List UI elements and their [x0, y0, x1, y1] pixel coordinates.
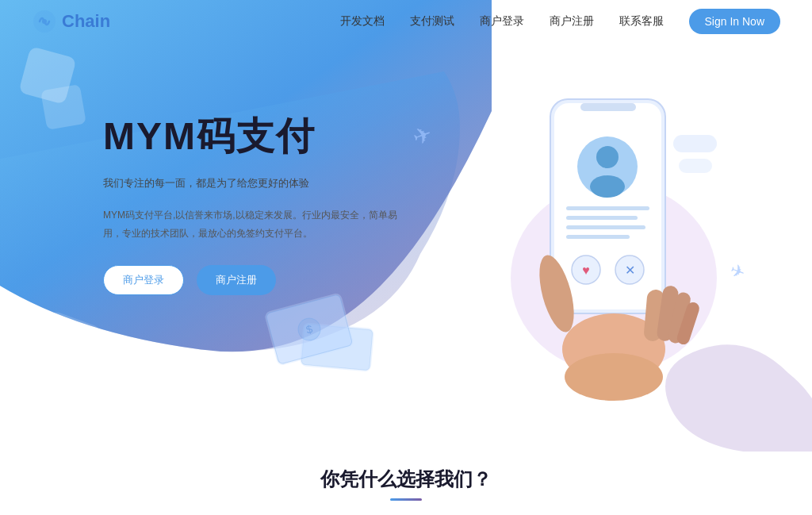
svg-text:♥: ♥	[582, 263, 590, 277]
nav-merchant-login[interactable]: 商户登录	[480, 14, 524, 29]
hero-content: MYM码支付 我们专注的每一面，都是为了给您更好的体验 MYM码支付平台,以信誉…	[103, 111, 404, 295]
svg-rect-10	[566, 216, 638, 220]
bottom-title-underline	[390, 498, 422, 501]
navbar: Chain 开发文档 支付测试 商户登录 商户注册 联系客服 Sign In N…	[0, 0, 812, 43]
deco-square-2	[40, 84, 86, 130]
svg-rect-12	[566, 235, 630, 239]
merchant-login-button[interactable]: 商户登录	[103, 265, 184, 295]
svg-point-1	[42, 19, 47, 24]
bottom-title: 你凭什么选择我们？	[320, 467, 492, 492]
nav-pay-test[interactable]: 支付测试	[410, 14, 454, 29]
hero-buttons: 商户登录 商户注册	[103, 265, 404, 295]
brand-name: Chain	[62, 11, 110, 32]
chain-logo-icon	[32, 9, 57, 34]
svg-point-23	[565, 353, 663, 401]
svg-point-7	[596, 146, 619, 168]
hero-title: MYM码支付	[103, 111, 404, 162]
nav-merchant-register[interactable]: 商户注册	[550, 14, 594, 29]
hero-subtitle: 我们专注的每一面，都是为了给您更好的体验	[103, 176, 404, 190]
nav-links: 开发文档 支付测试 商户登录 商户注册 联系客服 Sign In Now	[340, 9, 780, 34]
svg-rect-24	[673, 135, 717, 152]
svg-text:✕: ✕	[625, 263, 635, 277]
svg-rect-9	[566, 206, 649, 210]
phone-illustration: ♥ ✕	[463, 56, 733, 405]
hero-description: MYM码支付平台,以信誉来市场,以稳定来发展。行业内最安全，简单易用，专业的技术…	[103, 206, 404, 243]
hero-section: MYM码支付 我们专注的每一面，都是为了给您更好的体验 MYM码支付平台,以信誉…	[0, 0, 812, 476]
bottom-section: 你凭什么选择我们？	[0, 452, 812, 515]
nav-contact[interactable]: 联系客服	[619, 14, 664, 29]
merchant-register-button[interactable]: 商户注册	[197, 265, 276, 295]
svg-rect-25	[679, 159, 712, 173]
svg-rect-11	[566, 225, 645, 229]
phone-hand-svg: ♥ ✕	[463, 56, 733, 405]
logo[interactable]: Chain	[32, 9, 110, 34]
sign-in-button[interactable]: Sign In Now	[689, 9, 780, 34]
nav-dev-docs[interactable]: 开发文档	[340, 14, 385, 29]
svg-point-8	[590, 175, 625, 198]
svg-rect-5	[580, 103, 636, 111]
